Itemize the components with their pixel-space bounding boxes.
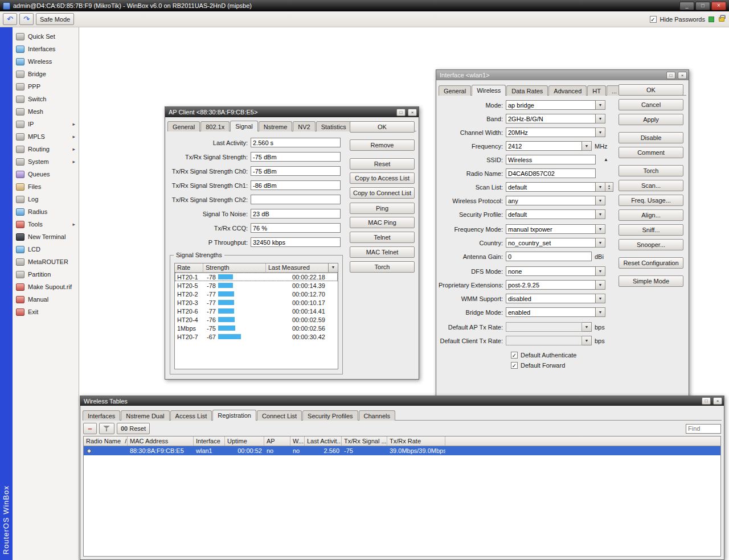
tab-general[interactable]: General	[439, 85, 471, 96]
sidebar-item-interfaces[interactable]: Interfaces	[13, 43, 79, 55]
find-input[interactable]	[686, 424, 721, 434]
redo-button[interactable]: ↷	[19, 13, 34, 25]
close-button[interactable]: ×	[678, 72, 687, 79]
mode-dropdown-icon[interactable]: ▼	[596, 100, 605, 110]
radio-name-input[interactable]	[506, 168, 596, 178]
reset-counters-button[interactable]: 00 Reset	[117, 423, 150, 434]
sidebar-item-switch[interactable]: Switch	[13, 93, 79, 105]
security-profile-dropdown-icon[interactable]: ▼	[596, 209, 605, 219]
column-header-tx-rx-signal[interactable]: Tx/Rx Signal ...	[342, 437, 387, 446]
interface-window-titlebar[interactable]: Interface <wlan1> □ ×	[436, 70, 689, 80]
column-header-wds[interactable]: W...	[290, 437, 305, 446]
telnet-button[interactable]: Telnet	[350, 232, 415, 243]
sidebar-item-exit[interactable]: Exit	[13, 306, 79, 318]
sidebar-item-partition[interactable]: Partition	[13, 268, 79, 281]
ok-button[interactable]: OK	[350, 121, 415, 133]
scan-list-input[interactable]	[506, 182, 596, 192]
sidebar-item-ip[interactable]: IP▸	[13, 118, 79, 130]
column-header-last-measured[interactable]: Last Measured	[266, 263, 328, 272]
sidebar-item-routing[interactable]: Routing▸	[13, 143, 79, 155]
sidebar-item-files[interactable]: Files	[13, 180, 79, 193]
column-header-uptime[interactable]: Uptime	[225, 437, 264, 446]
wireless-tables-titlebar[interactable]: Wireless Tables □ ×	[80, 396, 724, 406]
default-client-tx-rate-dropdown-icon[interactable]: ▼	[582, 336, 592, 345]
sidebar-item-system[interactable]: System▸	[13, 155, 79, 168]
column-header-ap[interactable]: AP	[264, 437, 290, 446]
hide-passwords-checkbox[interactable]: ✓	[650, 16, 657, 23]
tab-ht[interactable]: HT	[587, 85, 606, 96]
simple-mode-button[interactable]: Simple Mode	[619, 275, 683, 287]
sidebar-item-quick-set[interactable]: Quick Set	[13, 30, 79, 43]
maximize-button[interactable]: □	[702, 397, 711, 405]
tab-statistics[interactable]: Statistics	[316, 121, 351, 131]
sniff-button[interactable]: Sniff...	[619, 224, 683, 236]
minimize-button[interactable]: _	[679, 2, 694, 10]
column-header-rate[interactable]: Rate	[175, 263, 203, 272]
tab-security-profiles[interactable]: Security Profiles	[302, 410, 358, 421]
column-select-dropdown-icon[interactable]: ▼	[328, 263, 338, 272]
tab-interfaces[interactable]: Interfaces	[83, 410, 120, 421]
channel-width-dropdown-icon[interactable]: ▼	[596, 127, 605, 137]
sidebar-item-queues[interactable]: Queues	[13, 168, 79, 180]
wireless-protocol-dropdown-icon[interactable]: ▼	[596, 196, 605, 205]
tab-channels[interactable]: Channels	[359, 410, 395, 421]
signal-strength-value[interactable]	[251, 152, 341, 162]
signal-row[interactable]: HT20-1 -78 00:00:22.18	[175, 273, 338, 281]
sidebar-item-tools[interactable]: Tools▸	[13, 218, 79, 230]
ping-button[interactable]: Ping	[350, 203, 415, 214]
close-button[interactable]: ×	[711, 2, 726, 10]
mac-telnet-button[interactable]: MAC Telnet	[350, 246, 415, 258]
sidebar-item-log[interactable]: Log	[13, 193, 79, 205]
tab-nstreme[interactable]: Nstreme	[259, 121, 293, 131]
column-header-last-activity[interactable]: Last Activit...	[305, 437, 342, 446]
tab-general[interactable]: General	[167, 121, 200, 131]
signal-row[interactable]: HT20-4 -76 00:00:02.59	[175, 315, 338, 324]
wireless-protocol-input[interactable]	[506, 196, 596, 205]
wmm-support-input[interactable]	[506, 294, 596, 303]
wmm-support-dropdown-icon[interactable]: ▼	[596, 294, 605, 303]
sidebar-item-wireless[interactable]: Wireless	[13, 55, 79, 68]
comment-button[interactable]: Comment	[619, 147, 683, 158]
band-dropdown-icon[interactable]: ▼	[596, 114, 605, 123]
last-activity-value[interactable]	[251, 138, 341, 147]
copy-to-connect-list-button[interactable]: Copy to Connect List	[350, 187, 415, 199]
undo-button[interactable]: ↶	[3, 13, 17, 25]
p-throughput-value[interactable]	[251, 237, 341, 247]
sidebar-item-bridge[interactable]: Bridge	[13, 68, 79, 80]
tab-data-rates[interactable]: Data Rates	[506, 85, 548, 96]
registration-row-selected[interactable]: 88:30:8A:F9:CB:E5 wlan1 00:00:52 no no 2…	[84, 446, 720, 455]
default-ap-tx-rate-input[interactable]	[506, 322, 582, 332]
signal-strength-ch0-value[interactable]	[251, 166, 341, 176]
signal-row[interactable]: HT20-2 -77 00:00:12.70	[175, 290, 338, 298]
cancel-button[interactable]: Cancel	[619, 99, 683, 110]
disable-button[interactable]: Disable	[619, 132, 683, 143]
mac-ping-button[interactable]: MAC Ping	[350, 217, 415, 228]
close-button[interactable]: ×	[713, 397, 722, 405]
bridge-mode-dropdown-icon[interactable]: ▼	[596, 307, 605, 317]
signal-row[interactable]: HT20-7 -67 00:00:30.42	[175, 332, 338, 341]
torch-button[interactable]: Torch	[619, 165, 683, 176]
signal-strength-ch1-value[interactable]	[251, 180, 341, 190]
maximize-button[interactable]: □	[695, 2, 710, 10]
tab-8021x[interactable]: 802.1x	[200, 121, 230, 131]
proprietary-extensions-dropdown-icon[interactable]: ▼	[596, 280, 605, 290]
antenna-gain-input[interactable]	[506, 252, 592, 261]
frequency-dropdown-icon[interactable]: ▼	[582, 141, 592, 151]
copy-to-access-list-button[interactable]: Copy to Access List	[350, 172, 415, 184]
tab-wireless[interactable]: Wireless	[472, 85, 506, 96]
signal-row[interactable]: 1Mbps -75 00:00:02.56	[175, 324, 338, 332]
frequency-input[interactable]	[506, 141, 582, 151]
frequency-mode-input[interactable]	[506, 224, 596, 234]
column-header-interface[interactable]: Interface	[194, 437, 225, 446]
signal-row[interactable]: HT20-5 -78 00:00:14.39	[175, 281, 338, 290]
frequency-mode-dropdown-icon[interactable]: ▼	[596, 224, 605, 234]
apply-button[interactable]: Apply	[619, 114, 683, 125]
reset-configuration-button[interactable]: Reset Configuration	[619, 257, 683, 269]
ssid-input[interactable]	[506, 155, 596, 164]
sidebar-item-make-supout[interactable]: Make Supout.rif	[13, 281, 79, 293]
tab-nv2[interactable]: NV2	[293, 121, 315, 131]
close-button[interactable]: ×	[408, 109, 417, 116]
reset-button[interactable]: Reset	[350, 158, 415, 170]
sidebar-item-ppp[interactable]: PPP	[13, 80, 79, 93]
default-ap-tx-rate-dropdown-icon[interactable]: ▼	[582, 322, 592, 332]
